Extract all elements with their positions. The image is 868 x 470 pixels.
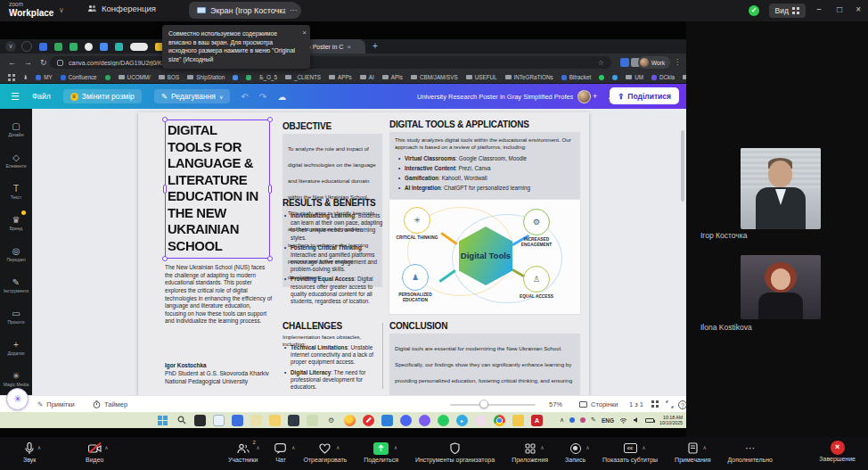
- address-bar[interactable]: canva.com/design/DAG19U2rj0/KgvY0l-OewMl…: [50, 56, 611, 69]
- taskbar-app-icon[interactable]: [475, 415, 487, 426]
- share-screen-button[interactable]: ∧ Поделиться: [364, 441, 398, 463]
- notes-button[interactable]: ∧ Примечания: [675, 441, 710, 463]
- firefox-icon[interactable]: [344, 415, 356, 426]
- tab-conference[interactable]: Конференция: [87, 4, 156, 13]
- video-button[interactable]: ∧ Видео: [86, 441, 103, 463]
- sidebar-item-apps[interactable]: +Додатки: [0, 332, 32, 363]
- taskbar-app-icon[interactable]: [250, 415, 262, 426]
- more-button[interactable]: ⋯ Дополнительно: [728, 441, 773, 463]
- bookmark-item[interactable]: Bitracket: [561, 74, 592, 80]
- collaborator-avatar[interactable]: [577, 90, 591, 103]
- vscode-icon[interactable]: [381, 415, 393, 426]
- bookmark-star-icon[interactable]: ☆: [598, 59, 604, 67]
- document-title[interactable]: University Research Poster in Gray Simpl…: [417, 93, 573, 101]
- new-tab-icon[interactable]: +: [373, 41, 378, 51]
- view-button[interactable]: Вид: [769, 4, 806, 18]
- bookmark-item[interactable]: APIs: [382, 74, 403, 80]
- file-menu[interactable]: Файл: [32, 92, 51, 101]
- participant-video-igor[interactable]: [741, 148, 821, 229]
- sidebar-item-projects[interactable]: ▭Проєкти: [0, 301, 32, 332]
- participants-button[interactable]: 2 ∧ Участники: [228, 441, 258, 463]
- do-not-disturb-icon[interactable]: [363, 415, 374, 426]
- reload-icon[interactable]: ↻: [40, 58, 47, 67]
- selection-handle[interactable]: [162, 117, 168, 122]
- selection-handle[interactable]: [163, 185, 167, 194]
- tab-more-icon[interactable]: ⋯: [285, 3, 301, 19]
- poster-title[interactable]: DIGITAL TOOLS FOR LANGUAGE & LITERATURE …: [168, 122, 264, 254]
- pinned-tab[interactable]: [130, 43, 148, 51]
- taskbar-app-icon[interactable]: [232, 415, 243, 426]
- close-button[interactable]: ×: [856, 4, 861, 15]
- selection-handle[interactable]: [162, 256, 168, 261]
- challenges-list[interactable]: Technical Limitations: Unstable internet…: [284, 344, 382, 393]
- taskbar-app-icon[interactable]: [400, 415, 412, 426]
- bookmark-item[interactable]: [599, 75, 604, 80]
- chevron-up-icon[interactable]: ∧: [37, 444, 41, 450]
- telegram-icon[interactable]: ▸: [456, 415, 468, 426]
- poster-intro[interactable]: The New Ukrainian School (NUS) faces the…: [165, 264, 272, 326]
- maximize-button[interactable]: □: [837, 4, 842, 15]
- chevron-up-icon[interactable]: ∧: [585, 444, 589, 450]
- chevron-up-icon[interactable]: ∧: [642, 444, 645, 450]
- downloads-icon[interactable]: ⬇: [23, 74, 28, 80]
- sidebar-item-elements[interactable]: ◇Елементи: [0, 144, 32, 176]
- results-list[interactable]: Individualizing Learning: Students can l…: [284, 212, 384, 308]
- help-icon[interactable]: ?: [678, 400, 686, 409]
- bookmark-item[interactable]: Confluence: [61, 74, 97, 80]
- sidebar-item-text[interactable]: TТекст: [0, 176, 32, 207]
- tray-expand-icon[interactable]: ∧: [560, 416, 564, 424]
- tools-box[interactable]: This study analyzes digital tools within…: [389, 132, 580, 199]
- grid-view-icon[interactable]: [651, 400, 659, 408]
- chevron-up-icon[interactable]: ∧: [256, 444, 259, 450]
- bookmark-item[interactable]: [612, 75, 618, 80]
- bookmark-item[interactable]: MY: [36, 74, 52, 80]
- pinned-tab[interactable]: [100, 43, 108, 51]
- canva-share-button[interactable]: ⇪ Поділитися: [610, 87, 679, 104]
- bookmark-item[interactable]: UM: [626, 74, 643, 80]
- taskbar-app-icon[interactable]: [288, 415, 299, 426]
- file-explorer-icon[interactable]: [512, 415, 524, 426]
- back-icon[interactable]: ←: [8, 58, 16, 67]
- taskbar-app-icon[interactable]: [307, 415, 318, 426]
- conclusion-heading[interactable]: CONCLUSION: [389, 321, 447, 331]
- bookmark-item[interactable]: [246, 75, 251, 80]
- selection-handle[interactable]: [267, 256, 273, 261]
- bookmark-item[interactable]: _CLIENTS: [285, 74, 321, 80]
- wifi-icon[interactable]: [619, 417, 627, 424]
- side-panel-icon[interactable]: [8, 74, 15, 81]
- sidebar-item-design[interactable]: ▢Дизайн: [0, 113, 32, 144]
- digital-tools-diagram[interactable]: Digital Tools ✳ CRITICAL THINKING ⚙ INCR…: [389, 200, 580, 314]
- pinned-tab[interactable]: [115, 43, 123, 51]
- pinned-tab[interactable]: [21, 41, 32, 52]
- add-collaborator-icon[interactable]: +: [593, 92, 597, 101]
- chrome-icon[interactable]: [494, 415, 505, 426]
- minimize-button[interactable]: −: [816, 4, 822, 15]
- pinned-tab[interactable]: [39, 43, 47, 51]
- taskbar-app-icon[interactable]: [213, 415, 225, 426]
- battery-icon[interactable]: [645, 418, 654, 423]
- bookmark-item[interactable]: AI: [360, 74, 374, 80]
- zoom-slider-knob[interactable]: [479, 400, 488, 408]
- selection-handle[interactable]: [267, 117, 273, 122]
- apps-button[interactable]: ∧ Приложения: [512, 441, 548, 463]
- search-icon[interactable]: [176, 415, 187, 426]
- tools-heading[interactable]: DIGITAL TOOLS & APPLICATIONS: [389, 120, 529, 129]
- fullscreen-icon[interactable]: [666, 400, 674, 408]
- adobe-acrobat-icon[interactable]: A: [531, 415, 543, 426]
- bookmark-item[interactable]: CBM/JAM/SVS: [411, 74, 458, 80]
- canvas-scrollbar[interactable]: [681, 130, 684, 202]
- selected-text-element[interactable]: DIGITAL TOOLS FOR LANGUAGE & LITERATURE …: [165, 120, 270, 259]
- pinned-tab[interactable]: [70, 43, 78, 51]
- file-folder-icon[interactable]: [269, 415, 281, 426]
- audio-button[interactable]: ∧ Звук: [23, 441, 36, 463]
- tray-app-icon[interactable]: [569, 417, 575, 423]
- taskbar-app-icon[interactable]: [194, 415, 206, 426]
- settings-gear-icon[interactable]: ⚙: [325, 415, 337, 426]
- pages-button[interactable]: Сторінки: [579, 400, 618, 408]
- react-button[interactable]: ∧ Отреагировать: [303, 441, 347, 463]
- chevron-up-icon[interactable]: ∧: [702, 444, 706, 450]
- chevron-up-icon[interactable]: ∧: [540, 444, 544, 450]
- bookmark-item[interactable]: ShipStation: [187, 74, 225, 80]
- language-indicator[interactable]: ENG: [602, 417, 614, 424]
- selection-handle[interactable]: [268, 185, 272, 194]
